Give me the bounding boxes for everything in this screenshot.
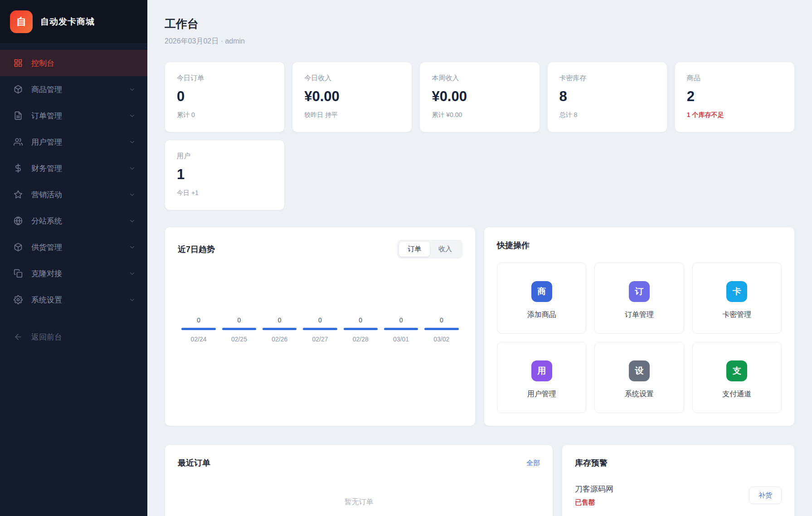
tab-orders[interactable]: 订单 (399, 242, 430, 257)
app-title: 自动发卡商城 (40, 16, 95, 28)
recent-orders-title: 最近订单 (178, 458, 210, 468)
quick-action-card-management[interactable]: 卡 卡密管理 (692, 263, 782, 334)
gear-icon (14, 295, 23, 304)
quick-action-label: 添加商品 (497, 310, 586, 320)
restock-button[interactable]: 补货 (749, 487, 782, 504)
stat-card-card-stock: 卡密库存 8 总计 8 (547, 62, 667, 132)
chart-bar (344, 328, 378, 330)
settings-icon: 设 (629, 360, 650, 381)
chart-value: 0 (180, 316, 217, 324)
chevron-down-icon (129, 218, 136, 224)
back-to-frontend-link[interactable]: 返回前台 (0, 324, 147, 350)
chart-bar (424, 328, 458, 330)
chart-column: 0 02/27 (302, 316, 338, 343)
chevron-down-icon (129, 86, 136, 93)
user-icon: 用 (531, 360, 552, 381)
stat-value: 1 (177, 166, 272, 183)
sidebar-item-supply[interactable]: 供货管理 (0, 234, 147, 260)
users-icon (14, 137, 23, 146)
brand: 自 自动发卡商城 (0, 0, 147, 44)
sidebar-item-finance[interactable]: 财务管理 (0, 155, 147, 181)
sidebar-item-dashboard[interactable]: 控制台 (0, 50, 147, 76)
stat-label: 卡密库存 (559, 74, 655, 83)
sidebar-item-settings[interactable]: 系统设置 (0, 287, 147, 313)
page-subtitle: 2026年03月02日 · admin (165, 37, 795, 46)
chart-value: 0 (423, 316, 460, 324)
sidebar-item-label: 供货管理 (31, 242, 129, 253)
sidebar: 自 自动发卡商城 控制台 商品管理 订单管理 用户管理 财务管理 (0, 0, 147, 516)
stat-sub-alert: 1 个库存不足 (687, 111, 783, 119)
arrow-left-icon (14, 332, 23, 341)
stat-sub: 累计 ¥0.00 (432, 111, 527, 119)
stat-card-products: 商品 2 1 个库存不足 (675, 62, 795, 132)
sidebar-item-label: 分站系统 (31, 216, 129, 226)
stat-value: ¥0.00 (432, 88, 527, 105)
chevron-down-icon (129, 165, 136, 172)
chart-bar (303, 328, 337, 330)
quick-action-label: 支付通道 (693, 389, 781, 399)
quick-action-system-settings[interactable]: 设 系统设置 (594, 342, 684, 413)
sidebar-item-label: 营销活动 (31, 190, 129, 200)
chart-bar (263, 328, 297, 330)
cube-icon (14, 85, 23, 94)
stat-sub: 累计 0 (177, 111, 272, 119)
quick-action-label: 订单管理 (595, 310, 683, 320)
main-content: 工作台 2026年03月02日 · admin 今日订单 0 累计 0 今日收入… (147, 0, 812, 516)
quick-action-order-management[interactable]: 订 订单管理 (594, 263, 684, 334)
quick-action-add-product[interactable]: 商 添加商品 (497, 263, 586, 334)
sidebar-item-substation[interactable]: 分站系统 (0, 208, 147, 234)
chart-column: 0 03/02 (423, 316, 460, 343)
globe-icon (14, 216, 23, 225)
stat-value: 0 (177, 88, 272, 105)
chart-column: 0 02/28 (342, 316, 379, 343)
stat-value: 8 (559, 88, 655, 105)
stat-card-today-orders: 今日订单 0 累计 0 (165, 62, 285, 132)
chevron-down-icon (129, 297, 136, 303)
product-name: 刀客源码网 (575, 484, 613, 494)
chart-bar (222, 328, 256, 330)
empty-orders-text: 暂无订单 (178, 468, 540, 516)
sidebar-item-clone[interactable]: 克隆对接 (0, 260, 147, 287)
chart-value: 0 (262, 316, 298, 324)
sidebar-item-label: 订单管理 (31, 111, 129, 121)
bar-chart: 0 02/24 0 02/25 0 02/26 0 02/27 (178, 316, 462, 343)
stat-card-today-revenue: 今日收入 ¥0.00 较昨日 持平 (292, 62, 412, 132)
sidebar-item-label: 控制台 (31, 58, 136, 68)
sidebar-item-products[interactable]: 商品管理 (0, 76, 147, 102)
document-icon (14, 111, 23, 120)
chevron-down-icon (129, 112, 136, 119)
sidebar-item-label: 商品管理 (31, 84, 129, 95)
chart-value: 0 (383, 316, 419, 324)
chevron-down-icon (129, 244, 136, 251)
quick-action-payment-channel[interactable]: 支 支付通道 (692, 342, 782, 413)
payment-icon: 支 (726, 360, 747, 381)
chart-tick-label: 03/02 (423, 336, 460, 343)
quick-action-user-management[interactable]: 用 用户管理 (497, 342, 586, 413)
sidebar-item-orders[interactable]: 订单管理 (0, 102, 147, 129)
chart-tick-label: 02/24 (180, 336, 217, 343)
chart-tick-label: 03/01 (383, 336, 419, 343)
star-icon (14, 190, 23, 199)
quick-actions-title: 快捷操作 (497, 240, 782, 251)
chart-value: 0 (302, 316, 338, 324)
stat-value: ¥0.00 (304, 88, 400, 105)
quick-actions-grid: 商 添加商品 订 订单管理 卡 卡密管理 用 用户管理 设 系统设置 (497, 263, 782, 413)
chart-tick-label: 02/25 (221, 336, 257, 343)
product-icon: 商 (531, 281, 552, 302)
chart-tick-label: 02/28 (342, 336, 379, 343)
sidebar-nav: 控制台 商品管理 订单管理 用户管理 财务管理 营销活动 (0, 44, 147, 516)
quick-action-label: 系统设置 (595, 389, 683, 399)
chevron-down-icon (129, 139, 136, 146)
sidebar-item-marketing[interactable]: 营销活动 (0, 181, 147, 208)
stat-label: 今日订单 (177, 74, 272, 83)
sidebar-item-users[interactable]: 用户管理 (0, 129, 147, 155)
stock-alert-item: 刀客源码网 已售罄 补货 (575, 484, 782, 507)
stock-alert-title: 库存预警 (575, 458, 782, 468)
trend-title: 近7日趋势 (178, 244, 215, 255)
sold-out-badge: 已售罄 (575, 498, 613, 507)
view-all-link[interactable]: 全部 (526, 459, 540, 467)
stat-sub: 较昨日 持平 (304, 111, 400, 119)
tab-revenue[interactable]: 收入 (430, 242, 461, 257)
stat-label: 今日收入 (304, 74, 400, 83)
card-icon: 卡 (726, 281, 747, 302)
